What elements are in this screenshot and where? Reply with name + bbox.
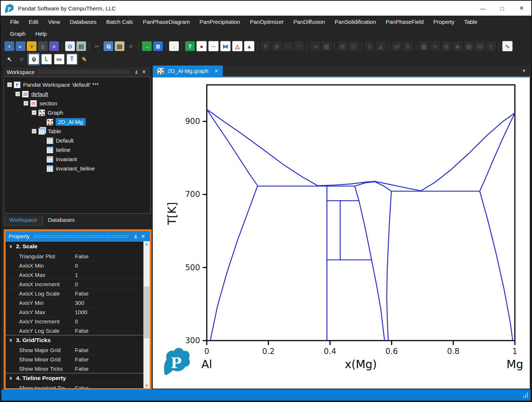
menu-graph[interactable]: Graph <box>5 31 31 37</box>
prop-section-3-grid-ticks[interactable]: ∨3. Grid/Ticks <box>6 335 143 345</box>
prop-value[interactable]: False <box>75 366 89 372</box>
save-all-icon[interactable]: ≡ <box>49 41 59 51</box>
resize-grip[interactable] <box>527 396 528 398</box>
tree-item-section[interactable]: −✉section <box>4 99 150 108</box>
paste-icon[interactable]: ▤ <box>115 41 124 51</box>
menu-pandiffusion[interactable]: PanDiffusion <box>289 19 330 25</box>
menu-view[interactable]: View <box>43 19 65 25</box>
tree-item-tieline[interactable]: tieline <box>4 145 150 154</box>
tab-2d-al-mg-graph[interactable]: 2D_Al-Mg.graph ✕ <box>153 66 223 76</box>
edit-pencil-icon[interactable]: ✎ <box>79 54 89 64</box>
menu-panphasefield[interactable]: PanPhaseField <box>381 19 428 25</box>
add-text-icon[interactable]: T <box>67 54 77 64</box>
point-calc-icon[interactable]: ● <box>196 41 207 51</box>
prop-row-axisx-log-scale[interactable]: AxisX Log ScaleFalse <box>6 288 143 298</box>
property-pin-icon[interactable]: Ŧ <box>132 233 139 239</box>
prop-value[interactable]: False <box>75 328 89 334</box>
prop-row-axisy-max[interactable]: AxisY Max1000 <box>6 307 143 316</box>
prop-row-show-invariant-tie[interactable]: Show Invariant TieFalse <box>6 383 143 388</box>
prop-value[interactable]: False <box>75 253 89 259</box>
tree-item-invariant[interactable]: invariant <box>4 154 150 164</box>
property-close-icon[interactable]: ✕ <box>139 233 147 239</box>
legend-list-icon[interactable]: ≔ <box>54 54 64 64</box>
prop-row-show-minor-grid[interactable]: Show Minor GridFalse <box>6 354 143 364</box>
prop-value[interactable]: 0 <box>75 281 78 287</box>
tree-item-2d-al-mg[interactable]: 2D_Al-Mg <box>4 117 150 127</box>
prop-row-axisy-log-scale[interactable]: AxisY Log ScaleFalse <box>6 326 143 335</box>
prop-value[interactable]: False <box>75 385 89 389</box>
prop-row-axisx-increment[interactable]: AxisX Increment0 <box>6 279 143 288</box>
tree-item-default[interactable]: −✉default <box>4 89 150 99</box>
prop-row-axisx-max[interactable]: AxisX Max1 <box>6 270 143 279</box>
prop-row-axisy-increment[interactable]: AxisY Increment0 <box>6 316 143 326</box>
menu-pansolidification[interactable]: PanSolidification <box>330 19 381 25</box>
close-button[interactable]: ✕ <box>512 1 531 16</box>
section-collapse-icon[interactable]: ∨ <box>6 376 16 381</box>
menu-edit[interactable]: Edit <box>24 19 43 25</box>
prop-row-show-minor-ticks[interactable]: Show Minor TicksFalse <box>6 364 143 373</box>
liquidus-projection-icon[interactable]: ▲ <box>244 41 254 51</box>
section-collapse-icon[interactable]: ∨ <box>6 244 16 249</box>
scroll-up-icon[interactable]: ∧ <box>143 241 150 247</box>
tree-expander-icon[interactable]: − <box>32 129 37 134</box>
zoom-tool-icon[interactable]: ○ <box>17 54 26 64</box>
open-workspace-icon[interactable]: ▸ <box>16 41 25 51</box>
workspace-close-icon[interactable]: ✕ <box>140 69 148 75</box>
prop-section-2-scale[interactable]: ∨2. Scale <box>6 241 143 251</box>
print-icon[interactable]: ▤ <box>76 41 86 51</box>
tree-item-invariant-tieline[interactable]: invariant_tieline <box>4 164 150 173</box>
menu-databases[interactable]: Databases <box>65 19 101 25</box>
menu-panphasediagram[interactable]: PanPhaseDiagram <box>138 19 195 25</box>
panel-tab-workspace[interactable]: Workspace <box>4 215 43 226</box>
scrollbar-thumb[interactable] <box>144 287 149 338</box>
tree-expander-icon[interactable]: − <box>7 82 12 87</box>
prop-row-triangular-plot[interactable]: Triangular PlotFalse <box>6 251 143 261</box>
tree-item-pandat-workspace-default[interactable]: −PPandat Workspace 'default' *** <box>4 80 150 89</box>
import-icon[interactable]: ↓ <box>169 41 179 51</box>
prop-value[interactable]: False <box>75 347 89 353</box>
menu-batch-calc[interactable]: Batch Calc <box>101 19 138 25</box>
tree-item-default[interactable]: Default <box>4 136 150 145</box>
pointer-tool-icon[interactable]: ↖ <box>5 54 15 64</box>
prop-row-axisx-min[interactable]: AxisX Min0 <box>6 261 143 270</box>
tab-close-icon[interactable]: ✕ <box>214 68 218 74</box>
maximize-button[interactable]: □ <box>493 1 512 16</box>
tree-expander-icon[interactable]: − <box>32 110 37 115</box>
minimize-button[interactable]: — <box>473 1 493 16</box>
colorful-graph-icon[interactable]: ∿ <box>502 41 513 51</box>
tree-expander-icon[interactable]: − <box>23 101 28 106</box>
section-calc-icon[interactable]: ⋈ <box>220 41 231 51</box>
prop-value[interactable]: 0 <box>75 262 78 269</box>
prop-row-show-major-grid[interactable]: Show Major GridFalse <box>6 345 143 354</box>
prop-row-axisy-min[interactable]: AxisY Min300 <box>6 298 143 307</box>
pan-tool-icon[interactable]: ψ <box>29 54 39 64</box>
open-file-icon[interactable]: ▾ <box>27 41 37 51</box>
prop-value[interactable]: False <box>75 290 89 297</box>
prop-value[interactable]: False <box>75 356 89 363</box>
property-scrollbar[interactable]: ∧ ∨ <box>143 241 150 388</box>
menu-table[interactable]: Table <box>459 19 482 25</box>
phase-diagram-plot[interactable]: 30050070090000.20.40.60.81Alx(Mg)MgT[K]P <box>153 77 531 389</box>
tree-item-table[interactable]: −Table <box>4 127 150 136</box>
menu-panprecipitation[interactable]: PanPrecipitation <box>194 19 245 25</box>
workspace-pin-icon[interactable]: Ŧ <box>133 69 140 75</box>
new-workspace-icon[interactable]: + <box>4 41 14 51</box>
section-collapse-icon[interactable]: ∨ <box>6 338 16 343</box>
menu-file[interactable]: File <box>5 19 24 25</box>
line-calc-icon[interactable]: ─ <box>208 41 219 51</box>
prop-value[interactable]: 1000 <box>75 309 87 315</box>
options-icon[interactable]: ≣ <box>153 41 163 51</box>
ternary-calc-icon[interactable]: △ <box>232 41 243 51</box>
prop-value[interactable]: 300 <box>75 300 84 306</box>
menu-panoptimizer[interactable]: PanOptimizer <box>245 19 289 25</box>
export-icon[interactable]: → <box>142 41 152 51</box>
prop-value[interactable]: 0 <box>75 318 78 325</box>
tab-list-dropdown-icon[interactable]: ▼ <box>517 66 531 76</box>
panel-tab-databases[interactable]: Databases <box>43 215 80 226</box>
tree-item-graph[interactable]: −Graph <box>4 108 150 117</box>
prop-value[interactable]: 1 <box>75 272 78 278</box>
load-tdb-icon[interactable]: T <box>185 41 195 51</box>
menu-property[interactable]: Property <box>428 19 459 25</box>
scroll-down-icon[interactable]: ∨ <box>143 382 150 388</box>
copy-icon[interactable]: ⧉ <box>104 41 113 51</box>
